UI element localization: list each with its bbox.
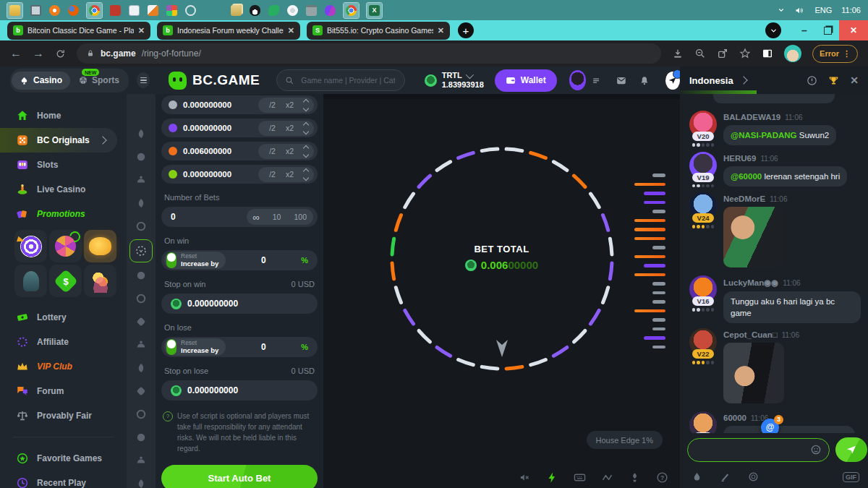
sports-tab[interactable]: NEW Sports [70,75,127,85]
promo-tile-deal[interactable] [49,265,82,297]
rail-game-icon[interactable] [135,408,148,421]
infinity-bets-button[interactable]: ∞ [247,212,266,223]
forward-button[interactable]: → [33,47,44,60]
live-stats-icon[interactable] [601,471,613,484]
rail-game-icon[interactable] [135,454,148,467]
chat-username[interactable]: LuckyMan◉◉ [723,278,778,288]
magnifier-icon[interactable] [185,5,196,16]
amount-stepper[interactable] [299,169,308,180]
tab-close-icon[interactable]: ✕ [438,26,444,35]
stop-on-win-input[interactable]: 0.000000000 [161,294,318,314]
on-win-toggle[interactable]: Reset Increase by [164,252,226,269]
paint-icon[interactable] [166,5,177,16]
notepad-icon[interactable] [129,5,140,16]
chat-message-bubble[interactable]: @HERU69 Ratembus koh@3 [723,426,855,433]
chat-rules-icon[interactable] [807,75,817,86]
sidebar-item-slots[interactable]: Slots [0,153,127,177]
mail-icon[interactable] [616,74,626,87]
lizard-icon[interactable] [268,5,279,16]
double-button[interactable]: x2 [281,147,299,155]
rail-game-icon[interactable] [135,197,148,210]
sidebar-item-bc-originals[interactable]: BC Originals [0,128,117,153]
gif-button[interactable]: GIF [843,472,859,482]
search-input[interactable] [299,75,396,85]
minimize-button[interactable]: – [793,20,816,40]
rail-game-icon[interactable] [135,127,148,140]
sidebar-item-provably-fair[interactable]: Provably Fair [0,403,127,428]
zoom-icon[interactable] [694,48,706,59]
hotkeys-icon[interactable] [574,471,586,484]
amount-stepper[interactable] [299,123,308,134]
preset-100-button[interactable]: 100 [287,213,313,221]
amount-stepper[interactable] [299,100,308,111]
on-lose-toggle[interactable]: Reset Increase by [164,338,226,356]
account-menu-icon[interactable] [592,75,600,86]
tab-close-icon[interactable]: ✕ [138,26,145,35]
mention-link[interactable]: @NASI-PADANG [731,131,797,140]
promo-tile-coins[interactable] [84,265,116,297]
rail-game-icon[interactable] [135,385,148,398]
chrome-alt-icon[interactable] [346,5,357,16]
chat-input[interactable] [687,438,830,462]
rail-game-icon[interactable] [135,174,148,187]
chat-username[interactable]: Cepot_Cuan□ [723,330,778,339]
chrome-icon[interactable] [89,5,100,16]
back-button[interactable]: ← [10,47,22,60]
folders-icon[interactable] [231,5,242,16]
promo-tile-target[interactable] [14,230,47,262]
taskbar-language[interactable]: ENG [814,6,832,14]
restore-button[interactable] [816,20,839,40]
bet-amount[interactable]: 0.000000000 [183,170,252,179]
double-button[interactable]: x2 [281,124,299,132]
chat-send-button[interactable] [835,437,867,462]
penguin-icon[interactable] [250,5,260,16]
on-win-value[interactable]: 0 [231,255,295,265]
chat-gif-message[interactable] [723,343,784,403]
mention-notification-button[interactable]: @3 [761,419,779,433]
speaker-icon[interactable] [794,5,805,16]
amount-stepper[interactable] [299,146,308,157]
tab-close-icon[interactable]: ✕ [288,26,294,35]
balance-display[interactable]: TRTL 1.83993918 [425,71,484,89]
chat-username[interactable]: HERU69 [723,154,756,163]
bookmark-star-icon[interactable] [739,48,751,59]
bet-amount[interactable]: 0.000000000 [183,100,252,109]
excel-icon[interactable] [369,5,380,16]
chat-text-field[interactable] [695,444,810,455]
half-button[interactable]: /2 [264,124,281,132]
number-of-bets-input[interactable]: 0 ∞ 10 100 [161,207,318,227]
promo-tile-rocket[interactable] [14,265,47,297]
chevron-right-icon[interactable] [739,76,747,84]
rail-game-icon[interactable] [135,361,148,374]
taskbar-hidden-icons-caret[interactable] [778,7,785,14]
sound-off-icon[interactable] [519,471,531,484]
sidebar-item-live-casino[interactable]: Live Casino [0,177,127,202]
browser-profile-avatar[interactable] [784,45,801,62]
trophy-icon[interactable] [828,75,839,86]
help-icon[interactable]: ? [656,471,668,484]
chat-message-bubble[interactable]: @NASI-PADANG Suwun2 [723,125,836,145]
bet-amount[interactable]: 0.006000000 [183,147,252,155]
half-button[interactable]: /2 [264,170,281,179]
rail-game-icon[interactable] [135,292,148,305]
folder-icon[interactable] [9,5,20,16]
media-player-icon[interactable] [49,5,60,16]
preset-10-button[interactable]: 10 [266,213,288,221]
double-button[interactable]: x2 [281,170,299,179]
installer-icon[interactable] [148,5,158,16]
emoji-icon[interactable] [810,444,822,455]
omnibox[interactable]: bc.game/ring-of-fortune/ [77,43,661,64]
chat-message-bubble[interactable]: Tunggu aku 6 hari lagi ya bc game [723,291,861,323]
sidebar-item-lottery[interactable]: Lottery [0,305,127,330]
taskbar-clock[interactable]: 11:06 [841,6,861,14]
turbo-icon[interactable] [546,471,558,484]
monitor-icon[interactable] [30,5,41,16]
camera-icon[interactable] [306,5,317,16]
rail-game-icon[interactable] [135,220,148,233]
chat-username[interactable]: BALADEWA19 [723,113,780,121]
side-panel-icon[interactable] [762,48,773,59]
promo-tile-wheel[interactable] [49,230,82,262]
on-lose-value[interactable]: 0 [231,342,295,352]
avatar[interactable] [689,411,717,433]
promo-tile-piggy[interactable] [84,230,116,262]
